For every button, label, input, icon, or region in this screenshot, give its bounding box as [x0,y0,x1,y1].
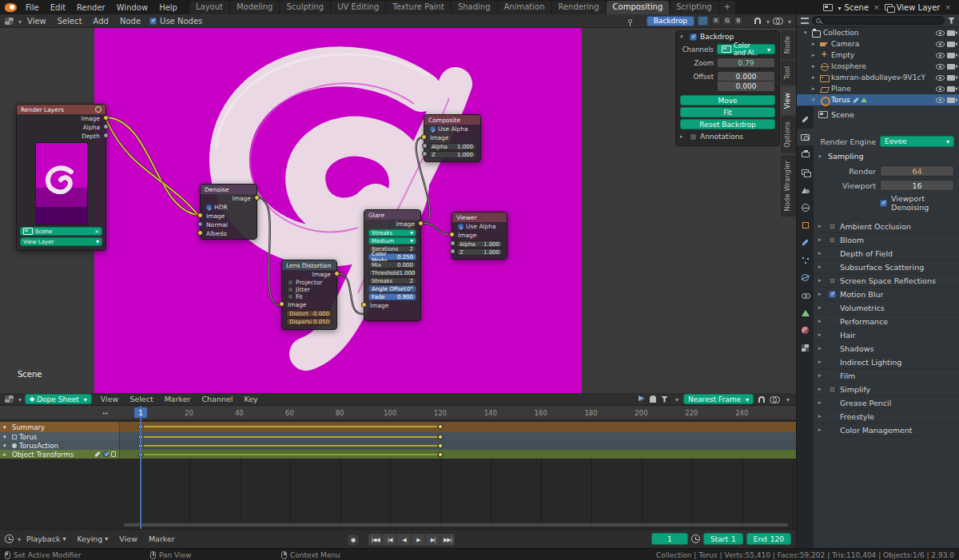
modifiers-icon[interactable] [94,451,101,458]
outliner-row[interactable]: ▸ Camera [797,38,959,50]
tab-particles[interactable] [797,252,814,268]
snap-magnet-icon[interactable] [758,396,765,403]
offset-x-field[interactable]: 0.000 [717,71,775,81]
view-layer-field[interactable]: View Layer [20,237,102,246]
properties-section-row[interactable]: ▸ Color Management [814,423,959,437]
properties-section-row[interactable]: ▸ Motion Blur [814,288,959,301]
sidebar-tab[interactable]: Node [781,30,796,59]
hide-in-viewport-icon[interactable] [936,86,945,92]
topbar-menu[interactable]: File [20,0,45,14]
add-workspace-tab[interactable]: + [719,1,735,14]
expand-arrow[interactable]: ▾ [804,30,810,36]
zoom-field[interactable]: 0.79 [717,58,775,68]
tab-material[interactable] [797,322,814,339]
properties-section-row[interactable]: ▸ Bloom [814,233,959,247]
tab-scene[interactable] [797,181,814,198]
workspace-tab[interactable]: Animation [498,1,551,14]
properties-section-row[interactable]: ▸ Freestyle [814,410,959,423]
node-render-layers[interactable]: Render Layers Image Alpha Depth [16,104,106,251]
filter-icon[interactable] [661,396,668,403]
node-header[interactable]: Composite [424,115,480,125]
editor-type-dropdown-arrow[interactable] [16,17,22,26]
dope-sheet-menu[interactable]: Select [124,393,158,405]
input-socket[interactable] [422,151,428,157]
view-layer-selector[interactable]: View Layer [897,3,941,12]
dope-sheet-menu[interactable]: Key [238,393,263,405]
outliner-row[interactable]: ▸ Icosphere [797,61,959,72]
only-selected-icon[interactable] [639,395,645,403]
node-header[interactable]: Lens Distortion [282,260,336,270]
annotations-panel-header[interactable]: ▸ Annotations [676,131,779,142]
hdr-checkbox[interactable] [206,205,212,210]
node-header[interactable]: Denoise [201,185,257,194]
properties-section-row[interactable]: ▸ Screen Space Reflections [814,274,959,288]
section-checkbox[interactable] [829,386,836,393]
disable-in-renders-icon[interactable] [947,86,955,92]
output-socket[interactable] [254,195,260,201]
node-enum-dropdown[interactable]: Medium [368,237,416,244]
expand-arrow[interactable]: ▸ [818,359,825,365]
object-name[interactable]: Empty [831,51,854,59]
expand-arrow[interactable]: ▸ [812,63,818,70]
outliner-row[interactable]: ▸ Plane [797,83,959,94]
scene-unlink-icon[interactable]: × [872,3,881,11]
input-socket[interactable] [197,230,203,236]
editor-type-icon[interactable] [5,534,14,543]
outliner-search-input[interactable] [812,16,945,25]
properties-section-row[interactable]: ▸ Ambient Occlusion [814,220,959,233]
channel-enable-checkbox[interactable] [103,451,109,457]
input-socket[interactable] [279,301,285,307]
use-nodes-checkbox[interactable] [149,18,157,25]
dope-sheet-menu[interactable]: View [95,393,125,405]
expand-arrow[interactable]: ▾ [812,97,818,103]
output-socket[interactable] [103,133,109,138]
scene-select-field[interactable]: Scene × [20,227,102,236]
node-enum-dropdown[interactable]: Streaks [368,229,416,236]
node-input-row[interactable]: Image [452,231,507,240]
properties-section-row[interactable]: ▸ Performance [814,315,959,328]
compositor-menu[interactable]: Node [114,14,146,27]
filter-icon[interactable] [948,18,955,24]
editor-type-icon[interactable] [5,395,14,403]
tab-tool[interactable] [797,111,814,128]
backdrop-checkbox[interactable] [690,34,697,41]
node-composite[interactable]: Composite Use Alpha Image Alpha 1.000 Z [424,114,481,162]
use-alpha-checkbox[interactable] [430,126,436,132]
scene-dropdown-arrow[interactable] [836,3,842,12]
expand-arrow[interactable]: ▸ [818,304,825,311]
show-hidden-icon[interactable] [650,395,656,403]
pin-icon[interactable] [628,19,632,23]
viewport-denoising-checkbox[interactable] [880,200,887,207]
output-socket[interactable] [103,124,109,129]
output-socket[interactable] [418,220,424,226]
sampling-panel-header[interactable]: ▾ Sampling [814,149,959,164]
input-socket[interactable] [450,240,456,246]
disable-in-renders-icon[interactable] [947,97,955,103]
expand-arrow[interactable]: ▸ [818,264,825,270]
channel-letter-button[interactable]: G [722,16,732,26]
playback-menu[interactable]: Playback [21,530,71,548]
object-name[interactable]: Plane [831,85,851,93]
use-preview-range-icon[interactable] [691,534,700,543]
editor-type-arrow[interactable] [16,395,22,403]
render-engine-dropdown[interactable]: Eevee [880,136,954,147]
offset-y-field[interactable]: 0.000 [717,81,775,92]
horizontal-scrollbar[interactable] [124,523,788,526]
properties-section-row[interactable]: ▸ Subsurface Scattering [814,260,959,274]
playback-button[interactable]: ◀ [397,534,412,546]
collapse-arrow[interactable]: ▾ [680,34,686,40]
node-lens-distortion[interactable]: Lens Distortion Image Projector Jitter F… [281,260,337,330]
workspace-tab[interactable]: Layout [189,1,229,14]
samples-render-field[interactable]: 64 [880,165,954,177]
input-socket[interactable] [361,302,367,308]
proportional-arrow[interactable] [784,395,790,403]
hide-in-viewport-icon[interactable] [936,75,945,81]
node-value-field[interactable]: Dispersi 0.050 [286,318,332,325]
move-button[interactable]: Move [680,95,775,105]
option-checkbox[interactable] [288,287,293,292]
node-value-field[interactable]: Color Modu 0.250 [368,253,416,260]
workspace-tab[interactable]: Texture Paint [386,1,451,14]
node-value-field[interactable]: Mix 0.000 [368,261,416,268]
editor-type-icon[interactable] [801,18,809,24]
blender-logo-icon[interactable] [5,3,17,12]
